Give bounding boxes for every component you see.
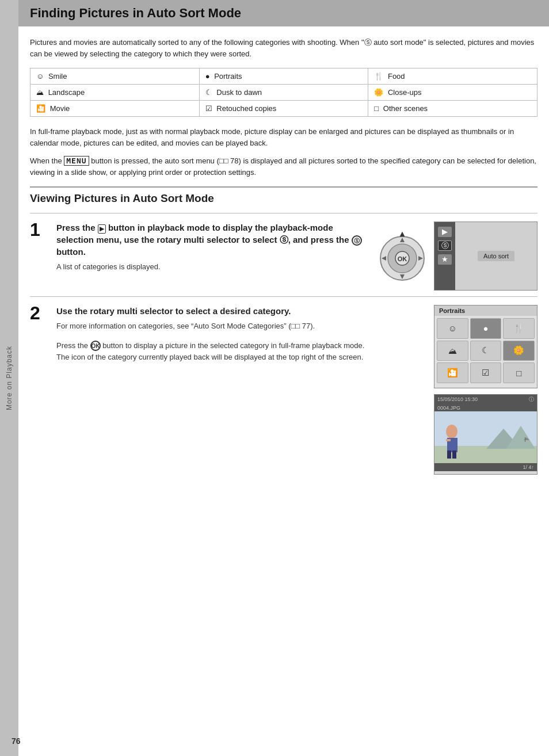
closeups-icon: 🌼 xyxy=(374,88,383,97)
page-wrapper: More on Playback Finding Pictures in Aut… xyxy=(0,0,549,756)
cat-cell-smile: ☺ xyxy=(437,318,468,339)
pb-counter: 1/ 4↑ xyxy=(523,464,534,470)
pb-info-icon: ⓘ xyxy=(529,396,534,403)
main-content: Finding Pictures in Auto Sort Mode Pictu… xyxy=(18,0,549,756)
movie-label: Movie xyxy=(50,104,70,113)
table-cell: ☾ Dusk to dawn xyxy=(199,85,368,101)
autosort-label: Auto sort xyxy=(478,251,514,261)
step-1: 1 Press the ▶ button in playback mode to… xyxy=(30,213,537,296)
playback-screen: 15/05/2010 15:30 ⓘ 0004.JPG xyxy=(434,394,537,475)
step-1-content: Press the ▶ button in playback mode to d… xyxy=(56,222,367,273)
rotary-selector-illustration: OK xyxy=(376,228,428,283)
step-1-desc: A list of categories is displayed. xyxy=(56,261,367,273)
svg-rect-19 xyxy=(452,450,456,459)
table-cell: ● Portraits xyxy=(199,68,368,85)
page-number: 76 xyxy=(12,736,21,746)
table-cell: 🎦 Movie xyxy=(30,101,200,117)
dusk-label: Dusk to dawn xyxy=(216,88,262,97)
cat-cell-portraits: ● xyxy=(470,318,502,339)
smile-icon: ☺ xyxy=(36,72,44,81)
step-2-desc3: The icon of the category currently playe… xyxy=(56,352,425,363)
step-2-desc1: For more information on categories, see … xyxy=(56,320,425,332)
category-table: ☺ Smile ● Portraits 🍴 Food xyxy=(30,68,537,117)
playback-button-icon: ▶ xyxy=(98,224,106,234)
sidebar: More on Playback xyxy=(0,0,18,756)
pb-footer: 1/ 4↑ xyxy=(434,463,537,471)
step1-row: OK ▶ ⓢ xyxy=(376,222,537,291)
viewing-section-title: Viewing Pictures in Auto Sort Mode xyxy=(30,186,537,205)
other-icon: □ xyxy=(374,104,379,113)
body2-prefix: When the xyxy=(30,156,62,165)
favorite-sidebar-icon: ★ xyxy=(438,254,452,265)
landscape-label: Landscape xyxy=(48,88,85,97)
cat-cell-movie: 🎦 xyxy=(437,362,468,383)
svg-rect-18 xyxy=(447,450,451,459)
autosort-main: Auto sort xyxy=(455,222,537,290)
svg-rect-14 xyxy=(525,437,525,442)
viewing-section: Viewing Pictures in Auto Sort Mode 1 Pre… xyxy=(18,186,549,480)
sidebar-label: More on Playback xyxy=(5,346,13,410)
pb-header: 15/05/2010 15:30 ⓘ xyxy=(434,395,537,404)
portraits-label: Portraits xyxy=(214,72,242,81)
step-1-images: OK ▶ ⓢ xyxy=(376,222,537,291)
food-icon: 🍴 xyxy=(374,72,383,81)
autosort-sidebar: ▶ ⓢ ★ xyxy=(434,222,455,290)
dusk-icon: ☾ xyxy=(205,88,212,97)
pb-image-svg xyxy=(434,411,537,463)
step-2-content: Use the rotary multi selector to select … xyxy=(56,305,425,363)
cat-cell-food: 🍴 xyxy=(503,318,535,339)
pb-datetime: 15/05/2010 15:30 xyxy=(437,396,478,402)
pb-filename: 0004.JPG xyxy=(434,404,537,411)
step-2: 2 Use the rotary multi selector to selec… xyxy=(30,296,537,480)
step-2-title: Use the rotary multi selector to select … xyxy=(56,305,425,317)
table-cell: ☺ Smile xyxy=(30,68,200,85)
svg-text:OK: OK xyxy=(398,255,407,262)
food-label: Food xyxy=(388,72,405,81)
table-cell: ⛰ Landscape xyxy=(30,85,200,101)
svg-point-15 xyxy=(446,425,458,438)
cat-cell-retouched: ☑ xyxy=(470,362,502,383)
finding-section-body: Pictures and movies are automatically so… xyxy=(18,37,549,178)
body-text-2: When the MENU button is pressed, the aut… xyxy=(30,155,537,178)
table-cell: 🌼 Close-ups xyxy=(368,85,537,101)
landscape-icon: ⛰ xyxy=(36,88,44,97)
step-2-images: Portraits ☺ ● 🍴 ⛰ ☾ 🌼 🎦 ☑ □ xyxy=(434,305,537,475)
other-label: Other scenes xyxy=(383,104,428,113)
table-cell: 🍴 Food xyxy=(368,68,537,85)
category-screen: Portraits ☺ ● 🍴 ⛰ ☾ 🌼 🎦 ☑ □ xyxy=(434,305,537,388)
step-2-desc2: Press the OK button to display a picture… xyxy=(56,340,425,352)
ok-button-icon: Ⓢ xyxy=(352,235,362,246)
body-text-1: In full-frame playback mode, just as wit… xyxy=(30,126,537,149)
table-row: ⛰ Landscape ☾ Dusk to dawn 🌼 Close-ups xyxy=(30,85,537,101)
body2-suffix: button is pressed, the auto sort menu (□… xyxy=(30,156,536,177)
header-bar: Finding Pictures in Auto Sort Mode xyxy=(18,0,549,26)
intro-text: Pictures and movies are automatically so… xyxy=(30,37,537,60)
table-row: 🎦 Movie ☑ Retouched copies □ Other scene… xyxy=(30,101,537,117)
cat-cell-other: □ xyxy=(503,362,535,383)
autosort-sidebar-icon: ⓢ xyxy=(438,240,452,251)
autosort-screen: ▶ ⓢ ★ Auto sort xyxy=(434,222,537,291)
svg-rect-17 xyxy=(446,439,451,441)
cat-screen-grid: ☺ ● 🍴 ⛰ ☾ 🌼 🎦 ☑ □ xyxy=(434,316,537,385)
smile-label: Smile xyxy=(48,72,67,81)
retouched-label: Retouched copies xyxy=(216,104,276,113)
movie-icon: 🎦 xyxy=(36,104,45,113)
menu-word: MENU xyxy=(64,156,89,166)
cat-cell-dusk: ☾ xyxy=(470,341,502,361)
cat-screen-title: Portraits xyxy=(434,306,537,316)
closeups-label: Close-ups xyxy=(388,88,422,97)
table-cell: □ Other scenes xyxy=(368,101,537,117)
retouched-icon: ☑ xyxy=(205,104,212,113)
table-cell: ☑ Retouched copies xyxy=(199,101,368,117)
step-1-number: 1 xyxy=(30,219,47,240)
playback-sidebar-icon: ▶ xyxy=(438,227,452,237)
ok-button-icon-2: OK xyxy=(90,341,101,351)
page-title: Finding Pictures in Auto Sort Mode xyxy=(30,6,537,21)
cat-cell-closeups: 🌼 xyxy=(503,341,535,361)
pb-image-area xyxy=(434,411,537,463)
portraits-icon: ● xyxy=(205,72,210,81)
svg-marker-8 xyxy=(400,232,405,236)
step-1-title: Press the ▶ button in playback mode to d… xyxy=(56,222,367,258)
cat-cell-landscape: ⛰ xyxy=(437,341,468,361)
table-row: ☺ Smile ● Portraits 🍴 Food xyxy=(30,68,537,85)
